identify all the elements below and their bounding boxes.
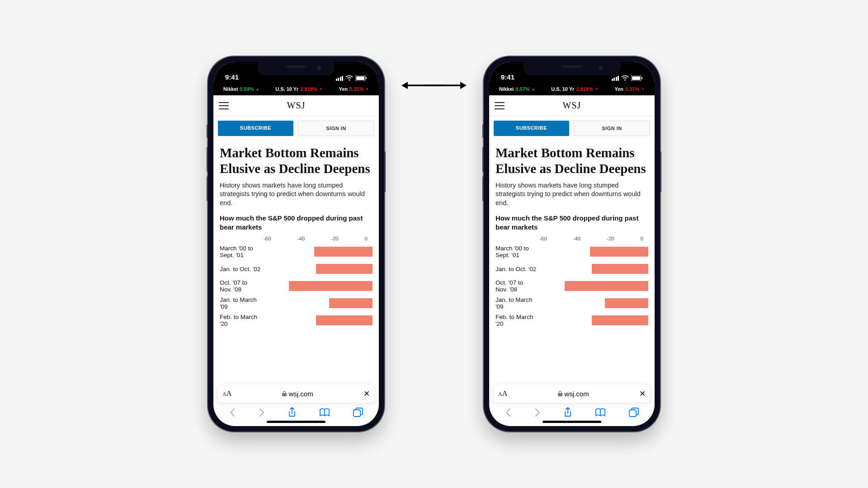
safari-address-bar[interactable]: AA wsj.com ✕ (494, 385, 650, 403)
article-deck: History shows markets have long stumped … (495, 181, 648, 208)
battery-icon (631, 75, 643, 81)
svg-rect-2 (366, 77, 367, 79)
chart-row-label: Jan. to March '09 (495, 296, 539, 310)
device-notch (524, 62, 621, 75)
chart-row: Oct. '07 to Nov. '08 (495, 277, 648, 295)
home-indicator[interactable] (542, 421, 601, 423)
sign-in-button[interactable]: SIGN IN (298, 121, 374, 136)
back-icon[interactable] (505, 408, 511, 419)
article-headline: Market Bottom Remains Elusive as Decline… (220, 145, 373, 177)
chart-row: Jan. to Oct. '02 (220, 260, 373, 277)
back-icon[interactable] (229, 408, 236, 419)
market-ticker: Nikkei 0.54%▲ U.S. 10 Yr 2.818%▼ Yen 0.3… (213, 84, 379, 95)
chart-bar (329, 298, 373, 308)
status-time: 9:41 (225, 73, 239, 81)
wifi-icon (345, 75, 353, 81)
chart-row-label: Jan. to Oct. '02 (495, 266, 539, 273)
wsj-logo[interactable]: WSJ (563, 100, 581, 111)
chart-bar (592, 264, 648, 274)
chart-row-label: Feb. to March '20 (220, 314, 264, 328)
chart-row: Jan. to March '09 (495, 295, 648, 312)
tabs-icon[interactable] (353, 408, 363, 419)
chart-bar (316, 264, 373, 274)
subscribe-button[interactable]: SUBSCRIBE (494, 121, 569, 136)
iphone-frame-left: 9:41 Nikkei 0.54%▲ U.S. 10 Yr 2.818%▼ Ye… (208, 56, 384, 432)
bookmarks-icon[interactable] (595, 408, 606, 419)
arrow-right-icon (422, 80, 467, 91)
article-content[interactable]: Market Bottom Remains Elusive as Decline… (213, 141, 379, 381)
text-size-icon[interactable]: AA (222, 389, 231, 398)
cellular-icon (612, 76, 619, 81)
chart-bar (605, 298, 648, 308)
chart-title: How much the S&P 500 dropped during past… (220, 214, 373, 231)
share-icon[interactable] (288, 407, 297, 420)
svg-rect-1 (356, 76, 364, 80)
chart-row-label: Jan. to March '09 (220, 296, 264, 310)
article-content[interactable]: Market Bottom Remains Elusive as Decline… (489, 141, 655, 381)
stop-reload-icon[interactable]: ✕ (639, 389, 646, 399)
chart-row: Oct. '07 to Nov. '08 (220, 277, 373, 295)
article-headline: Market Bottom Remains Elusive as Decline… (495, 145, 648, 177)
chart-row: March '00 to Sept. '01 (220, 243, 373, 260)
chart-row-label: Feb. to March '20 (495, 314, 539, 328)
battery-icon (355, 75, 367, 81)
lock-icon (558, 391, 562, 396)
forward-icon[interactable] (259, 408, 265, 419)
article-deck: History shows markets have long stumped … (220, 181, 373, 208)
chart-row-label: Oct. '07 to Nov. '08 (220, 279, 264, 293)
stop-reload-icon[interactable]: ✕ (363, 389, 370, 399)
hamburger-icon[interactable] (219, 102, 229, 109)
market-ticker: Nikkei 0.57%▲ U.S. 10 Yr 2.818%▼ Yen 0.3… (489, 84, 655, 95)
iphone-frame-right: 9:41 Nikkei 0.57%▲ U.S. 10 Yr 2.818%▼ Ye… (484, 56, 660, 432)
wsj-logo[interactable]: WSJ (287, 100, 306, 111)
chart-row-label: March '00 to Sept. '01 (495, 245, 539, 259)
svg-rect-7 (642, 77, 642, 79)
chart-bar (590, 247, 648, 257)
svg-rect-6 (632, 76, 640, 80)
status-time: 9:41 (501, 73, 514, 81)
url-text: wsj.com (289, 390, 313, 398)
chart-row: Feb. to March '20 (220, 312, 373, 329)
chart-row: Feb. to March '20 (495, 312, 648, 329)
hamburger-icon[interactable] (495, 102, 505, 109)
chart-row-label: Jan. to Oct. '02 (220, 266, 264, 273)
svg-rect-8 (629, 410, 636, 417)
url-text: wsj.com (565, 390, 589, 398)
chart-bar (289, 281, 373, 291)
wifi-icon (621, 75, 629, 81)
forward-icon[interactable] (534, 408, 541, 419)
chart-row: March '00 to Sept. '01 (495, 243, 648, 260)
svg-rect-3 (354, 410, 360, 417)
bookmarks-icon[interactable] (319, 408, 330, 419)
sign-in-button[interactable]: SIGN IN (574, 121, 650, 136)
chart-title: How much the S&P 500 dropped during past… (495, 214, 648, 231)
chart-bar (316, 315, 373, 325)
subscribe-button[interactable]: SUBSCRIBE (218, 121, 293, 136)
chart-row: Jan. to Oct. '02 (495, 260, 648, 277)
chart-bar (592, 315, 648, 325)
cellular-icon (336, 76, 344, 81)
chart-row-label: March '00 to Sept. '01 (220, 245, 264, 259)
text-size-icon[interactable]: AA (498, 389, 507, 398)
chart-row-label: Oct. '07 to Nov. '08 (495, 279, 539, 293)
tabs-icon[interactable] (629, 408, 639, 419)
bar-chart: -60-40-200 March '00 to Sept. '01Jan. to… (220, 236, 373, 329)
safari-address-bar[interactable]: AA wsj.com ✕ (218, 385, 374, 403)
site-navbar: WSJ (213, 95, 379, 116)
lock-icon (282, 391, 287, 396)
chart-bar (314, 247, 373, 257)
home-indicator[interactable] (267, 421, 326, 423)
site-navbar: WSJ (489, 95, 655, 116)
bar-chart: -60-40-200 March '00 to Sept. '01Jan. to… (495, 236, 648, 329)
chart-bar (565, 281, 648, 291)
share-icon[interactable] (563, 407, 572, 420)
chart-row: Jan. to March '09 (220, 295, 373, 312)
device-notch (258, 62, 335, 75)
